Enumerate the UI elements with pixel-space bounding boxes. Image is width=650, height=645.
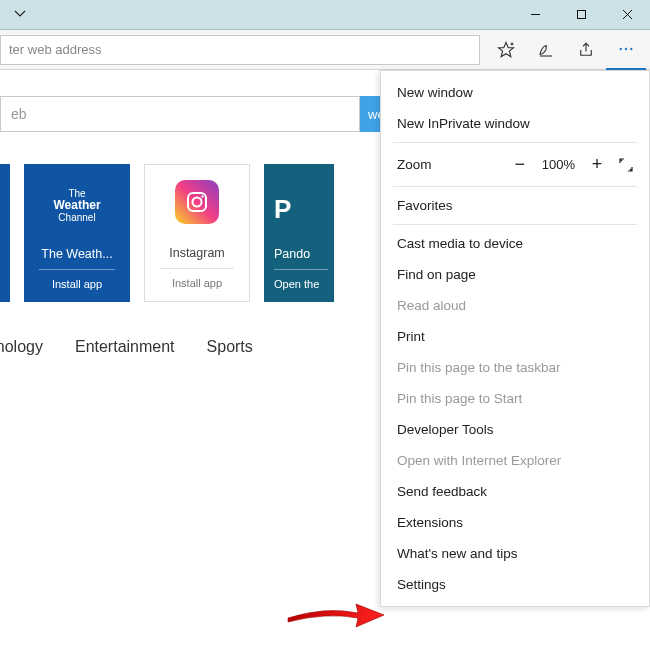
menu-whatsnew[interactable]: What's new and tips [381, 538, 649, 569]
maximize-button[interactable] [558, 0, 604, 28]
pandora-icon: P [274, 194, 291, 225]
zoom-value: 100% [542, 157, 575, 172]
window-controls [512, 0, 650, 28]
svg-marker-4 [499, 42, 514, 56]
menu-print[interactable]: Print [381, 321, 649, 352]
category-link[interactable]: echnology [0, 338, 43, 356]
install-app-link[interactable]: Install app [39, 269, 114, 294]
tile-weather[interactable]: TheWeatherChannel The Weath... Install a… [24, 164, 130, 302]
menu-extensions[interactable]: Extensions [381, 507, 649, 538]
settings-menu: New window New InPrivate window Zoom − 1… [380, 70, 650, 607]
menu-feedback[interactable]: Send feedback [381, 476, 649, 507]
svg-point-11 [193, 198, 202, 207]
search-placeholder: eb [11, 106, 27, 122]
category-link[interactable]: Sports [207, 338, 253, 356]
new-tab-chevron-icon[interactable] [6, 0, 34, 28]
annotation-arrow-icon [286, 598, 386, 632]
svg-point-8 [625, 47, 627, 49]
fullscreen-icon[interactable] [619, 158, 633, 172]
title-bar [0, 0, 650, 30]
menu-settings[interactable]: Settings [381, 569, 649, 600]
minimize-button[interactable] [512, 0, 558, 28]
instagram-icon [175, 180, 219, 224]
svg-point-7 [620, 47, 622, 49]
zoom-out-button[interactable]: − [510, 154, 530, 175]
more-options-icon[interactable] [606, 30, 646, 70]
category-link[interactable]: Entertainment [75, 338, 175, 356]
zoom-in-button[interactable]: + [587, 154, 607, 175]
weather-logo: TheWeatherChannel [53, 188, 100, 223]
share-icon[interactable] [566, 30, 606, 70]
menu-new-inprivate[interactable]: New InPrivate window [381, 108, 649, 139]
favorites-star-icon[interactable] [486, 30, 526, 70]
toolbar: ter web address [0, 30, 650, 70]
menu-new-window[interactable]: New window [381, 77, 649, 108]
menu-open-ie: Open with Internet Explorer [381, 445, 649, 476]
menu-separator [393, 142, 637, 143]
svg-rect-1 [577, 10, 585, 18]
menu-devtools[interactable]: Developer Tools [381, 414, 649, 445]
notes-pen-icon[interactable] [526, 30, 566, 70]
close-button[interactable] [604, 0, 650, 28]
menu-cast[interactable]: Cast media to device [381, 228, 649, 259]
menu-separator [393, 224, 637, 225]
address-bar-placeholder: ter web address [9, 42, 102, 57]
menu-separator [393, 186, 637, 187]
menu-pin-taskbar: Pin this page to the taskbar [381, 352, 649, 383]
menu-favorites[interactable]: Favorites [381, 190, 649, 221]
tile-linkedin[interactable]: din [0, 164, 10, 302]
search-input[interactable]: eb [0, 96, 360, 132]
tile-instagram[interactable]: Instagram Install app [144, 164, 250, 302]
svg-point-9 [630, 47, 632, 49]
install-app-link[interactable]: Install app [160, 268, 234, 293]
address-bar[interactable]: ter web address [0, 35, 480, 65]
menu-read-aloud: Read aloud [381, 290, 649, 321]
open-link[interactable]: Open the [274, 269, 328, 294]
menu-find[interactable]: Find on page [381, 259, 649, 290]
svg-point-12 [201, 195, 203, 197]
tile-pandora[interactable]: P Pando Open the [264, 164, 334, 302]
menu-pin-start: Pin this page to Start [381, 383, 649, 414]
menu-zoom-row: Zoom − 100% + [381, 146, 649, 183]
